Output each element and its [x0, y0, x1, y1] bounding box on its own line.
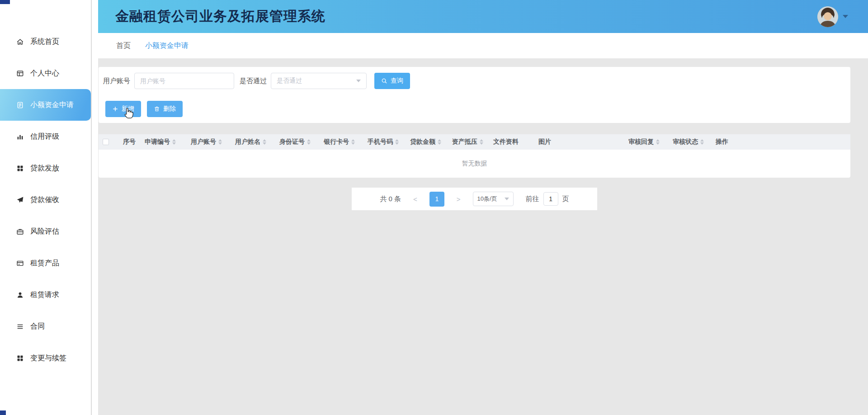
table-column-header[interactable]: 文件资料: [493, 134, 538, 150]
pagination: 共 0 条 < 1 > 10条/页 前往 页: [352, 188, 597, 210]
user-avatar[interactable]: [817, 6, 838, 27]
content-area: 用户账号 是否通过 是否通过 查询 新增 删: [98, 58, 868, 415]
sidebar-item[interactable]: 个人中心: [0, 57, 91, 89]
sort-icon[interactable]: [263, 139, 266, 145]
page-1-button[interactable]: 1: [429, 192, 444, 207]
main-area: 金融租赁公司业务及拓展管理系统 首页 小额资金申请 用户账号 是否通过: [98, 0, 868, 415]
sort-icon[interactable]: [395, 139, 399, 145]
chevron-down-icon[interactable]: [843, 15, 848, 18]
trash-icon: [154, 106, 160, 112]
table-column-header[interactable]: 用户姓名: [235, 134, 279, 150]
filter-card: 用户账号 是否通过 是否通过 查询 新增 删: [99, 67, 850, 123]
grid-icon: [16, 165, 24, 172]
table-column-header[interactable]: 用户账号: [191, 134, 235, 150]
page-jumper: 前往 页: [526, 192, 569, 206]
table-column-header[interactable]: 身份证号: [279, 134, 324, 150]
sidebar-item[interactable]: 系统首页: [0, 26, 91, 57]
sidebar-item[interactable]: 小额资金申请: [0, 89, 91, 121]
sidebar-item[interactable]: 贷款催收: [0, 184, 91, 216]
send-icon: [16, 196, 24, 204]
account-label: 用户账号: [103, 77, 130, 85]
search-button[interactable]: 查询: [374, 73, 410, 89]
sidebar-item[interactable]: 合同: [0, 311, 91, 342]
sort-icon[interactable]: [656, 139, 660, 145]
plus-icon: [112, 106, 118, 112]
sidebar: 系统首页 个人中心 小额资金申请 信用评级 贷款发放 贷款催收 风险评估 租赁产…: [0, 0, 98, 415]
approved-label: 是否通过: [240, 77, 267, 85]
select-all-checkbox[interactable]: [103, 139, 109, 145]
page-size-value: 10条/页: [477, 195, 497, 203]
sidebar-item[interactable]: 租赁请求: [0, 279, 91, 311]
approved-select[interactable]: 是否通过: [271, 73, 367, 89]
delete-button-label: 删除: [163, 105, 176, 113]
scroll-corner-bottom: [0, 410, 6, 415]
sidebar-item[interactable]: 租赁产品: [0, 247, 91, 279]
page-title: 金融租赁公司业务及拓展管理系统: [115, 7, 326, 26]
document-icon: [16, 101, 24, 109]
table-column-header[interactable]: 图片: [538, 134, 628, 150]
pagination-wrap: 共 0 条 < 1 > 10条/页 前往 页: [99, 188, 850, 210]
panel-icon: [16, 70, 24, 77]
table-column-header[interactable]: 审核状态: [673, 134, 716, 150]
sort-icon[interactable]: [700, 139, 704, 145]
next-page-button[interactable]: >: [457, 195, 461, 203]
list-icon: [16, 323, 24, 330]
account-input[interactable]: [134, 73, 234, 89]
table-column-header[interactable]: 审核回复: [628, 134, 673, 150]
prev-page-button[interactable]: <: [413, 195, 417, 203]
sidebar-divider: [91, 0, 92, 415]
chevron-down-icon: [505, 198, 509, 200]
table-column-header[interactable]: 贷款金额: [410, 134, 452, 150]
sort-icon[interactable]: [438, 139, 441, 145]
user-icon: [16, 291, 24, 299]
bar-chart-icon: [16, 133, 24, 141]
app-header: 金融租赁公司业务及拓展管理系统: [98, 0, 868, 33]
sidebar-item[interactable]: 贷款发放: [0, 152, 91, 184]
table-empty-row: 暂无数据: [99, 150, 850, 178]
approved-select-placeholder: 是否通过: [277, 77, 302, 85]
empty-text: 暂无数据: [462, 160, 487, 168]
search-button-label: 查询: [391, 77, 403, 85]
filter-row: 用户账号 是否通过 是否通过 查询: [103, 73, 846, 89]
sidebar-menu: 系统首页 个人中心 小额资金申请 信用评级 贷款发放 贷款催收 风险评估 租赁产…: [0, 0, 91, 374]
goto-label: 前往: [526, 195, 539, 203]
briefcase-icon: [16, 228, 24, 236]
page-size-select[interactable]: 10条/页: [473, 192, 514, 206]
delete-button[interactable]: 删除: [147, 101, 183, 117]
tab-home[interactable]: 首页: [116, 41, 131, 51]
goto-unit: 页: [562, 195, 569, 203]
table-column-header[interactable]: 序号: [123, 134, 145, 150]
sort-icon[interactable]: [172, 139, 176, 145]
sort-icon[interactable]: [351, 139, 355, 145]
search-icon: [381, 78, 387, 84]
table-column-header[interactable]: 手机号码: [368, 134, 410, 150]
breadcrumb-tabs: 首页 小额资金申请: [98, 33, 868, 58]
sort-icon[interactable]: [307, 139, 311, 145]
user-menu[interactable]: [817, 6, 848, 27]
sidebar-item[interactable]: 信用评级: [0, 121, 91, 152]
grid-icon: [16, 354, 24, 362]
table-column-header[interactable]: 资产抵压: [452, 134, 493, 150]
chevron-down-icon: [356, 80, 361, 82]
sort-icon[interactable]: [218, 139, 222, 145]
goto-page-input[interactable]: [543, 192, 558, 206]
card-icon: [16, 259, 24, 267]
home-icon: [16, 38, 24, 46]
add-button-label: 新增: [122, 105, 134, 113]
pagination-total: 共 0 条: [380, 195, 401, 203]
tab-small-fund-application[interactable]: 小额资金申请: [145, 41, 189, 51]
table-column-header[interactable]: 操作: [716, 134, 850, 150]
table-header-row: 序号 申请编号 用户账号 用户姓名 身份证号 银行卡号 手机号码 贷款金额 资产…: [99, 134, 850, 150]
data-table: 序号 申请编号 用户账号 用户姓名 身份证号 银行卡号 手机号码 贷款金额 资产…: [99, 134, 850, 178]
toolbar-row: 新增 删除: [103, 101, 846, 117]
sort-icon[interactable]: [480, 139, 483, 145]
sidebar-item[interactable]: 变更与续签: [0, 342, 91, 374]
select-all-column[interactable]: [99, 134, 123, 150]
table-column-header[interactable]: 银行卡号: [324, 134, 368, 150]
scroll-corner-top: [0, 0, 10, 4]
add-button[interactable]: 新增: [105, 101, 141, 117]
sidebar-item[interactable]: 风险评估: [0, 216, 91, 247]
table-column-header[interactable]: 申请编号: [145, 134, 191, 150]
